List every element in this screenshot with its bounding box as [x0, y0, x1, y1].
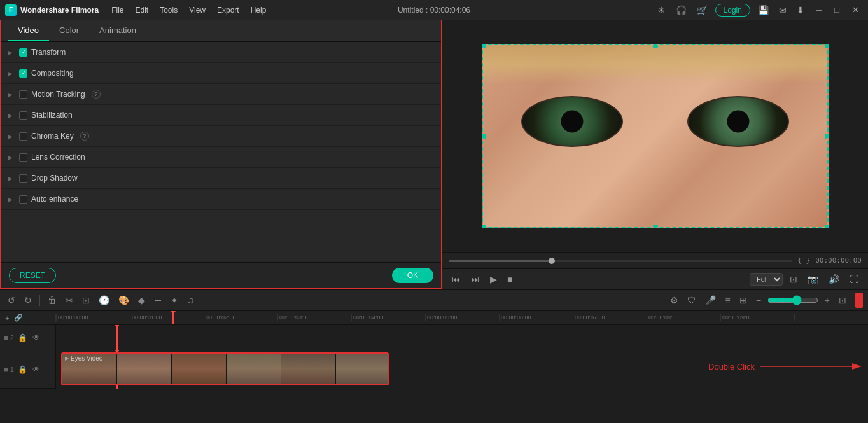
- fit-icon[interactable]: ⊡: [836, 294, 849, 307]
- zoom-out-icon[interactable]: −: [753, 294, 764, 307]
- headphone-icon[interactable]: 🎧: [673, 4, 689, 17]
- menu-edit[interactable]: Edit: [130, 3, 153, 17]
- speed-button[interactable]: 🕐: [96, 294, 112, 307]
- login-button[interactable]: Login: [715, 4, 750, 17]
- handle-right-mid[interactable]: [825, 134, 829, 139]
- effects-button[interactable]: ✦: [168, 294, 181, 307]
- checkbox-motion-tracking[interactable]: [19, 90, 27, 99]
- tab-video[interactable]: Video: [8, 20, 49, 41]
- checkbox-drop-shadow[interactable]: [19, 174, 27, 183]
- menu-tools[interactable]: Tools: [155, 3, 183, 17]
- menu-help[interactable]: Help: [246, 3, 272, 17]
- handle-top-mid[interactable]: [653, 44, 658, 48]
- progress-bar[interactable]: [449, 260, 792, 262]
- mail-icon[interactable]: ✉: [776, 4, 789, 17]
- redo-button[interactable]: ↻: [22, 294, 34, 307]
- ok-button[interactable]: OK: [392, 268, 433, 283]
- track-eye-2[interactable]: 👁: [31, 333, 41, 342]
- checkbox-compositing[interactable]: [19, 69, 27, 78]
- prop-row-compositing[interactable]: ▶ Compositing: [1, 63, 441, 84]
- add-track-button[interactable]: +: [4, 314, 10, 322]
- track-lock-1[interactable]: 🔒: [17, 365, 29, 374]
- main-area: Video Color Animation ▶ Transform ▶ Comp…: [0, 20, 868, 289]
- volume-icon[interactable]: 🔊: [825, 272, 843, 286]
- zoom-in-icon[interactable]: +: [822, 294, 832, 307]
- help-icon-chroma-key[interactable]: ?: [80, 132, 89, 141]
- screen-size-icon[interactable]: ⊡: [787, 272, 801, 286]
- overlay-icon[interactable]: ⊞: [737, 294, 750, 307]
- prop-row-motion-tracking[interactable]: ▶ Motion Tracking ?: [1, 84, 441, 105]
- clip-thumbnails: [62, 354, 388, 384]
- save-icon[interactable]: 💾: [755, 4, 771, 17]
- settings-icon[interactable]: ⚙: [668, 294, 681, 307]
- snap-button[interactable]: 🔗: [13, 314, 24, 322]
- cart-icon[interactable]: 🛒: [694, 4, 710, 17]
- cut-button[interactable]: ✂: [63, 294, 76, 307]
- step-back-button[interactable]: ⏮: [449, 272, 464, 286]
- handle-bottom-left[interactable]: [482, 225, 486, 228]
- undo-button[interactable]: ↺: [5, 294, 18, 307]
- handle-top-left[interactable]: [482, 44, 486, 48]
- close-button[interactable]: ✕: [848, 5, 863, 15]
- shield-icon[interactable]: 🛡: [685, 294, 699, 307]
- handle-bottom-mid[interactable]: [653, 225, 658, 228]
- prop-row-drop-shadow[interactable]: ▶ Drop Shadow: [1, 168, 441, 189]
- track-content-1: ▶ Eyes Video Double Click: [56, 350, 868, 389]
- checkbox-auto-enhance[interactable]: [19, 195, 27, 204]
- track-lock-2[interactable]: 🔒: [17, 333, 29, 342]
- menu-export[interactable]: Export: [212, 3, 244, 17]
- double-click-annotation: Double Click: [708, 360, 862, 373]
- prop-row-chroma-key[interactable]: ▶ Chroma Key ?: [1, 126, 441, 147]
- prop-row-lens-correction[interactable]: ▶ Lens Correction: [1, 147, 441, 168]
- color-button[interactable]: 🎨: [116, 294, 132, 307]
- fullscreen-icon[interactable]: ⛶: [846, 272, 862, 286]
- keyframe-button[interactable]: ◆: [136, 294, 148, 307]
- ruler-mark-1: 00:00:01:00: [130, 314, 204, 321]
- expand-icon-compositing: ▶: [8, 70, 15, 77]
- eye-right: [687, 96, 789, 147]
- video-clip-eyes[interactable]: ▶ Eyes Video: [61, 352, 389, 385]
- audio-button[interactable]: ♫: [185, 294, 197, 307]
- prop-row-transform[interactable]: ▶ Transform: [1, 42, 441, 63]
- prop-row-stabilization[interactable]: ▶ Stabilization: [1, 105, 441, 126]
- screenshot-icon[interactable]: 📷: [804, 272, 822, 286]
- progress-fill: [449, 260, 552, 262]
- ruler-row: + 🔗 00:00:00:00 00:00:01:00 00:00:02:00 …: [0, 311, 868, 325]
- minimize-button[interactable]: ─: [812, 5, 825, 15]
- quality-select[interactable]: Full 1/2 1/4: [750, 273, 783, 286]
- menu-view[interactable]: View: [184, 3, 211, 17]
- clip-thumb-2: [117, 354, 172, 384]
- play-back-button[interactable]: ⏭: [468, 272, 483, 286]
- handle-bottom-right[interactable]: [825, 225, 829, 228]
- expand-icon-drop-shadow: ▶: [8, 175, 15, 182]
- motion-button[interactable]: ⊢: [151, 294, 164, 307]
- delete-button[interactable]: 🗑: [45, 294, 59, 307]
- maximize-button[interactable]: □: [830, 5, 843, 15]
- play-button[interactable]: ▶: [487, 272, 500, 286]
- track-eye-1[interactable]: 👁: [31, 365, 41, 374]
- ruler-mark-6: 00:00:06:00: [499, 314, 573, 321]
- checkbox-transform[interactable]: [19, 48, 27, 57]
- checkbox-lens-correction[interactable]: [19, 153, 27, 162]
- menu-file[interactable]: File: [106, 3, 129, 17]
- crop-button[interactable]: ⊡: [80, 294, 92, 307]
- ruler-mark-8: 00:00:08:00: [647, 314, 720, 321]
- handle-left-mid[interactable]: [482, 134, 486, 139]
- checkbox-stabilization[interactable]: [19, 111, 27, 120]
- tab-animation[interactable]: Animation: [89, 20, 146, 41]
- clip-name: Eyes Video: [71, 355, 102, 362]
- reset-button[interactable]: RESET: [9, 268, 56, 283]
- handle-top-right[interactable]: [825, 44, 829, 48]
- download-icon[interactable]: ⬇: [794, 4, 807, 17]
- stop-button[interactable]: ■: [504, 272, 515, 286]
- checkbox-chroma-key[interactable]: [19, 132, 27, 141]
- tab-color[interactable]: Color: [49, 20, 89, 41]
- theme-icon[interactable]: ☀: [655, 4, 668, 17]
- zoom-slider[interactable]: [767, 295, 818, 305]
- app-logo: F Wondershare Filmora: [5, 4, 99, 16]
- mic-icon[interactable]: 🎤: [703, 294, 718, 307]
- prop-row-auto-enhance[interactable]: ▶ Auto enhance: [1, 189, 441, 210]
- right-panel: { } 00:00:00:00 ⏮ ⏭ ▶ ■ Full 1/2 1/4 ⊡ 📷…: [442, 20, 868, 289]
- help-icon-motion-tracking[interactable]: ?: [92, 90, 101, 99]
- subtitle-icon[interactable]: ≡: [722, 294, 732, 307]
